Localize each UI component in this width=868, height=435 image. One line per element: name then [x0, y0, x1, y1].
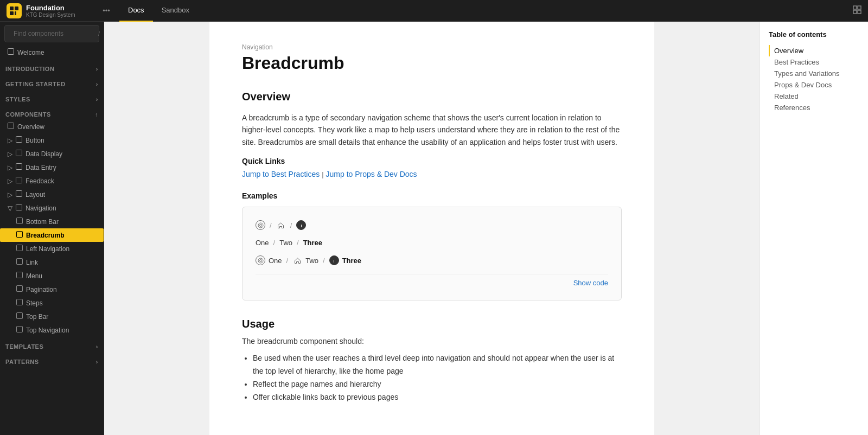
svg-rect-2 [10, 11, 14, 15]
sidebar-item-data-display[interactable]: ▷ Data Display [0, 147, 104, 161]
quick-links: Jump to Best Practices | Jump to Props &… [242, 170, 622, 178]
sidebar-section-templates: TEMPLATES › [0, 339, 104, 352]
breadcrumb-label: Breadcrumb [26, 232, 65, 239]
home-icon-2 [292, 255, 302, 265]
sidebar-item-feedback[interactable]: ▷ Feedback [0, 174, 104, 188]
usage-title: Usage [242, 318, 622, 330]
info-icon-2: i [329, 255, 339, 265]
breadcrumb-icon [16, 231, 23, 239]
svg-rect-22 [17, 272, 23, 278]
sidebar-section-header-components[interactable]: COMPONENTS ↑ [0, 107, 104, 120]
sidebar-nav-item-menu[interactable]: Menu [0, 269, 104, 283]
components-chevron: ↑ [95, 111, 98, 118]
feedback-item-icon [16, 177, 22, 185]
overview-label: Overview [17, 123, 44, 131]
toc-item-types-variations[interactable]: Types and Variations [769, 68, 859, 79]
svg-point-32 [259, 259, 261, 261]
nav-tabs: Docs Sandbox [119, 0, 198, 22]
sidebar-section-header-styles[interactable]: STYLES › [0, 92, 104, 105]
bottom-bar-icon [16, 218, 23, 226]
quick-link-best-practices[interactable]: Jump to Best Practices [242, 170, 320, 178]
welcome-label: Welcome [17, 49, 44, 56]
sidebar: / Welcome INTRODUCTION › GETTING STARTED… [0, 22, 104, 435]
usage-intro: The breadcrumb component should: [242, 337, 622, 346]
svg-rect-21 [17, 259, 23, 265]
search-box[interactable]: / [4, 25, 99, 42]
feedback-label: Feedback [25, 177, 54, 185]
tab-docs[interactable]: Docs [119, 0, 153, 22]
logo-icon [7, 3, 22, 18]
sidebar-section-header-templates[interactable]: TEMPLATES › [0, 339, 104, 352]
toc-item-related[interactable]: Related [769, 91, 859, 102]
sidebar-item-welcome[interactable]: Welcome [0, 46, 104, 59]
svg-rect-18 [17, 218, 23, 224]
svg-rect-0 [10, 7, 14, 10]
sidebar-section-header-patterns[interactable]: PATTERNS › [0, 354, 104, 367]
usage-list: Be used when the user reaches a third le… [242, 352, 622, 404]
search-shortcut: / [98, 30, 100, 37]
show-code-row: Show code [256, 274, 608, 287]
sidebar-nav-item-top-bar[interactable]: Top Bar [0, 310, 104, 323]
sidebar-item-data-entry[interactable]: ▷ Data Entry [0, 161, 104, 174]
bc-sep-6: / [323, 257, 325, 265]
sidebar-nav-item-left-navigation[interactable]: Left Navigation [0, 242, 104, 255]
left-nav-label: Left Navigation [26, 245, 69, 253]
svg-rect-5 [858, 6, 861, 9]
example-row-text: One / Two / Three [256, 239, 608, 247]
sidebar-item-navigation[interactable]: ▽ Navigation [0, 201, 104, 215]
feedback-expand-icon: ▷ [8, 177, 12, 185]
svg-text:i: i [334, 259, 335, 263]
svg-point-27 [258, 223, 263, 228]
logo-subtitle: KTG Design System [26, 12, 75, 18]
sidebar-nav-item-pagination[interactable]: Pagination [0, 283, 104, 296]
data-display-expand-icon: ▷ [8, 150, 12, 158]
sidebar-nav-item-breadcrumb[interactable]: Breadcrumb [0, 228, 104, 242]
sidebar-nav-item-top-navigation[interactable]: Top Navigation [0, 323, 104, 337]
svg-rect-16 [16, 191, 22, 197]
sidebar-section-header-getting-started[interactable]: GETTING STARTED › [0, 76, 104, 89]
toc-item-props-dev[interactable]: Props & Dev Docs [769, 79, 859, 91]
left-nav-icon [16, 245, 23, 253]
sidebar-item-layout[interactable]: ▷ Layout [0, 188, 104, 201]
svg-rect-17 [16, 204, 22, 210]
bc-sep-3: / [273, 239, 276, 247]
navigation-label: Navigation [25, 204, 56, 212]
sidebar-section-header-introduction[interactable]: INTRODUCTION › [0, 61, 104, 74]
main-layout: / Welcome INTRODUCTION › GETTING STARTED… [0, 22, 868, 435]
svg-rect-25 [17, 313, 23, 319]
tab-sandbox[interactable]: Sandbox [153, 0, 198, 22]
sidebar-nav-item-steps[interactable]: Steps [0, 296, 104, 310]
steps-label: Steps [26, 299, 43, 307]
toc-item-overview[interactable]: Overview [769, 45, 859, 56]
sidebar-nav-item-link[interactable]: Link [0, 255, 104, 269]
example-box: / / i One / Two / Three [242, 207, 622, 300]
sidebar-item-button[interactable]: ▷ Button [0, 133, 104, 147]
quick-links-title: Quick Links [242, 157, 622, 165]
toc-item-references[interactable]: References [769, 102, 859, 113]
svg-rect-4 [853, 6, 857, 9]
more-menu-button[interactable]: ••• [100, 4, 113, 17]
usage-list-item-3: Offer clickable links back to previous p… [253, 391, 622, 404]
page-label: Navigation [242, 43, 622, 51]
svg-rect-20 [17, 245, 23, 251]
expand-button[interactable] [853, 5, 861, 16]
styles-chevron: › [96, 96, 98, 103]
menu-icon [16, 272, 23, 280]
settings-icon-2 [256, 255, 265, 265]
quick-link-props-dev[interactable]: Jump to Props & Dev Docs [326, 170, 417, 178]
components-label: COMPONENTS [5, 111, 51, 118]
sidebar-item-overview[interactable]: Overview [0, 120, 104, 133]
sidebar-nav-item-bottom-bar[interactable]: Bottom Bar [0, 215, 104, 228]
svg-rect-26 [17, 327, 23, 332]
toc-panel: Table of contents Overview Best Practice… [760, 22, 868, 435]
search-input[interactable] [14, 30, 95, 37]
layout-item-icon [16, 190, 22, 199]
navigation-item-icon [16, 204, 22, 212]
home-icon-1 [276, 220, 286, 230]
show-code-button[interactable]: Show code [573, 279, 608, 287]
sidebar-section-introduction: INTRODUCTION › [0, 61, 104, 74]
logo-title: Foundation [26, 4, 75, 12]
bc-mixed-two: Two [305, 257, 318, 265]
toc-item-best-practices[interactable]: Best Practices [769, 56, 859, 68]
example-row-icons: / / i [256, 220, 608, 230]
